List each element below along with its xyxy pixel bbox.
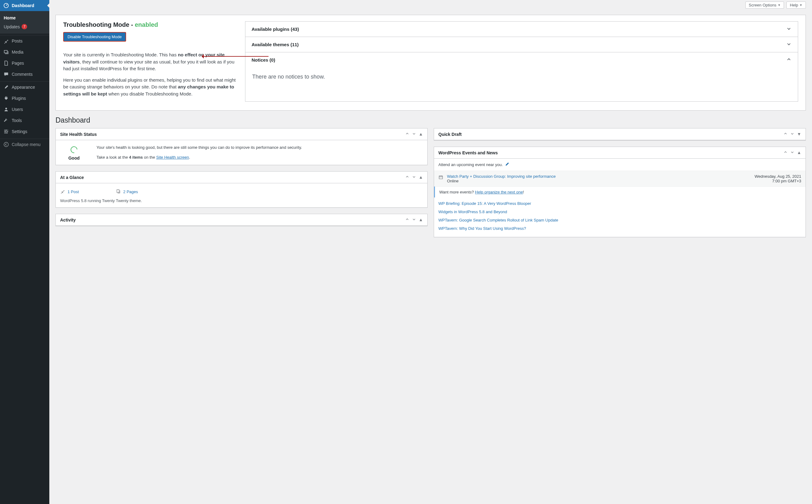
sidebar-item-collapse[interactable]: Collapse menu — [0, 139, 49, 150]
postbox-body: Good Your site's health is looking good,… — [56, 140, 427, 165]
quick-draft-postbox: Quick Draft ▼ — [434, 128, 806, 140]
sidebar-item-appearance[interactable]: Appearance — [0, 82, 49, 93]
sidebar-item-users[interactable]: Users — [0, 104, 49, 115]
accordion-item-themes: Available themes (11) — [245, 37, 798, 52]
sidebar-label: Comments — [12, 72, 47, 77]
postbox-body: 1 Post 2 Pages WordPress 5.8 running Twe… — [56, 183, 427, 207]
postbox-title: WordPress Events and News — [439, 150, 498, 155]
dashboard-col-left: Site Health Status ▲ Good You — [55, 128, 428, 237]
text-run: Want more events? — [439, 190, 475, 194]
help-button[interactable]: Help ▼ — [786, 2, 806, 9]
postbox-actions: ▲ — [405, 175, 423, 180]
edit-location-icon[interactable] — [505, 162, 510, 168]
postbox-actions: ▲ — [405, 217, 423, 222]
page-stack-icon — [116, 189, 121, 195]
chevron-down-icon — [786, 41, 792, 48]
move-up-icon[interactable] — [405, 175, 410, 180]
pushpin-icon — [3, 38, 9, 44]
sidebar-sub-updates[interactable]: Updates 7 — [0, 22, 49, 31]
event-time: 7:00 pm GMT+3 — [755, 179, 801, 183]
svg-rect-1 — [4, 51, 7, 53]
glance-row: 1 Post 2 Pages — [60, 188, 423, 198]
organize-event-link[interactable]: Help organize the next one — [475, 190, 523, 194]
accordion-header-notices[interactable]: Notices (0) — [245, 52, 798, 67]
toggle-icon[interactable]: ▼ — [797, 132, 801, 137]
attend-label: Attend an upcoming event near you. — [439, 162, 503, 167]
page-icon — [3, 60, 9, 66]
sidebar-label: Settings — [12, 129, 47, 134]
accordion-header-plugins[interactable]: Available plugins (43) — [245, 22, 798, 37]
glance-pages-link[interactable]: 2 Pages — [116, 189, 138, 195]
accordion-header-themes[interactable]: Available themes (11) — [245, 37, 798, 52]
sidebar-sub-home[interactable]: Home — [0, 14, 49, 22]
button-label: Screen Options — [749, 3, 777, 7]
move-down-icon[interactable] — [790, 132, 794, 137]
title-prefix: Troubleshooting Mode - — [63, 21, 135, 28]
toggle-icon[interactable]: ▲ — [419, 217, 423, 222]
text-run: when you disable Troubleshooting Mode. — [107, 91, 193, 96]
sidebar-label: Collapse menu — [12, 142, 47, 147]
news-link[interactable]: WPTavern: Why Did You Start Using WordPr… — [439, 224, 801, 233]
sidebar-item-settings[interactable]: Settings — [0, 126, 49, 137]
chevron-up-icon — [786, 57, 792, 63]
news-list: WP Briefing: Episode 15: A Very WordPres… — [434, 197, 806, 237]
move-up-icon[interactable] — [783, 132, 788, 137]
text-run: . — [189, 155, 190, 160]
svg-point-3 — [6, 130, 7, 131]
text-run: on the — [143, 155, 156, 160]
toggle-icon[interactable]: ▲ — [797, 150, 801, 155]
news-link[interactable]: WP Briefing: Episode 15: A Very WordPres… — [439, 199, 801, 208]
sidebar-sub-label: Home — [4, 15, 16, 20]
text-bold: 4 items — [129, 155, 143, 160]
move-down-icon[interactable] — [412, 175, 416, 180]
postbox-header: Site Health Status ▲ — [56, 128, 427, 140]
svg-rect-8 — [439, 176, 443, 179]
site-health-link[interactable]: Site Health screen — [156, 155, 189, 160]
sidebar-item-dashboard[interactable]: Dashboard — [0, 0, 49, 11]
sidebar-label: Media — [12, 50, 47, 55]
sidebar-item-tools[interactable]: Tools — [0, 115, 49, 126]
updates-count-badge: 7 — [22, 24, 27, 29]
troubleshoot-paragraph-2: Here you can enable individual plugins o… — [63, 77, 236, 98]
move-down-icon[interactable] — [790, 150, 794, 155]
event-date: Wednesday, Aug 25, 2021 — [755, 174, 801, 179]
glance-pages-label: 2 Pages — [123, 189, 138, 194]
sidebar-label: Tools — [12, 118, 47, 123]
toggle-icon[interactable]: ▲ — [419, 132, 423, 137]
event-location: Online — [447, 179, 751, 183]
screen-options-button[interactable]: Screen Options ▼ — [745, 2, 784, 9]
accordion-title: Notices (0) — [251, 57, 275, 63]
sidebar-submenu-dashboard: Home Updates 7 — [0, 11, 49, 34]
move-down-icon[interactable] — [412, 132, 416, 137]
postbox-title: Quick Draft — [439, 132, 462, 137]
gauge-circle-icon — [69, 145, 79, 155]
sidebar-item-posts[interactable]: Posts — [0, 35, 49, 47]
disable-troubleshooting-button[interactable]: Disable Troubleshooting Mode — [63, 32, 126, 42]
event-title-link[interactable]: Watch Party + Discussion Group: Improvin… — [447, 174, 751, 179]
news-link[interactable]: WPTavern: Google Search Completes Rollou… — [439, 216, 801, 224]
gauge-label: Good — [60, 156, 88, 161]
health-text: Your site's health is looking good, but … — [96, 144, 423, 160]
sidebar-item-pages[interactable]: Pages — [0, 58, 49, 69]
sidebar-item-media[interactable]: Media — [0, 47, 49, 58]
events-news-postbox: WordPress Events and News ▲ Attend an up… — [434, 147, 806, 237]
comment-icon — [3, 71, 9, 77]
move-up-icon[interactable] — [405, 217, 410, 222]
plug-icon — [3, 95, 9, 101]
postbox-header: Quick Draft ▼ — [434, 128, 806, 140]
accordion-item-notices: Notices (0) There are no notices to show… — [245, 52, 798, 88]
event-right: Wednesday, Aug 25, 2021 7:00 pm GMT+3 — [755, 174, 801, 183]
move-up-icon[interactable] — [783, 150, 788, 155]
move-up-icon[interactable] — [405, 132, 410, 137]
svg-point-2 — [5, 108, 7, 109]
postbox-actions: ▲ — [405, 132, 423, 137]
toggle-icon[interactable]: ▲ — [419, 175, 423, 180]
glance-posts-link[interactable]: 1 Post — [60, 189, 79, 195]
troubleshooting-left: Troubleshooting Mode - enabled Disable T… — [63, 21, 236, 102]
sidebar-item-comments[interactable]: Comments — [0, 69, 49, 80]
move-down-icon[interactable] — [412, 217, 416, 222]
svg-rect-7 — [117, 189, 119, 193]
sidebar-item-plugins[interactable]: Plugins — [0, 93, 49, 104]
dashboard-col-right: Quick Draft ▼ WordPress Events and News … — [434, 128, 806, 237]
news-link[interactable]: Widgets in WordPress 5.8 and Beyond — [439, 208, 801, 216]
